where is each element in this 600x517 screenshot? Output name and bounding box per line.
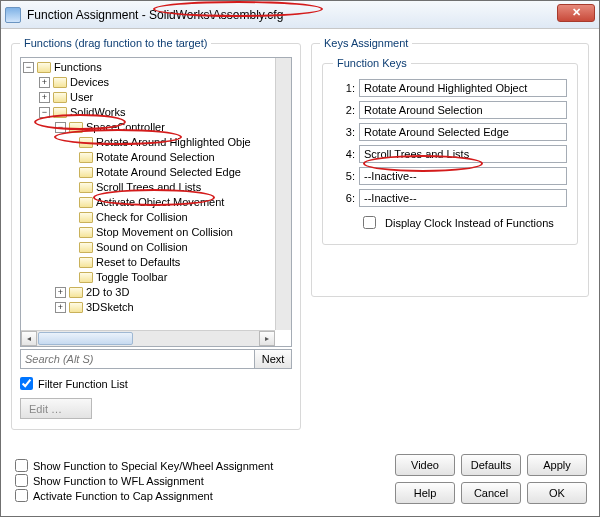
expand-icon[interactable]: + — [39, 77, 50, 88]
tree-leaf[interactable]: Rotate Around Selected Edge — [23, 165, 291, 180]
folder-icon — [79, 212, 93, 223]
folder-icon — [79, 137, 93, 148]
folder-icon — [79, 227, 93, 238]
key-label: 1: — [333, 82, 355, 94]
activate-cap-checkbox[interactable]: Activate Function to Cap Assignment — [15, 489, 273, 502]
ok-button[interactable]: OK — [527, 482, 587, 504]
tree-node-user[interactable]: +User — [23, 90, 291, 105]
key-label: 6: — [333, 192, 355, 204]
key-row: 6:--Inactive-- — [333, 189, 567, 207]
keys-legend: Keys Assignment — [320, 37, 412, 49]
expand-icon[interactable]: + — [55, 287, 66, 298]
tree-vertical-scrollbar[interactable] — [275, 58, 291, 330]
tree-leaf-scroll-trees[interactable]: Scroll Trees and Lists — [23, 180, 291, 195]
key-value[interactable]: Rotate Around Highlighted Object — [359, 79, 567, 97]
collapse-icon[interactable]: − — [39, 107, 50, 118]
tree-node-spacecontroller[interactable]: −SpaceController — [23, 120, 291, 135]
edit-button: Edit … — [20, 398, 92, 419]
close-button[interactable]: ✕ — [557, 4, 595, 22]
apply-button[interactable]: Apply — [527, 454, 587, 476]
key-value[interactable]: Scroll Trees and Lists — [359, 145, 567, 163]
show-wfl-checkbox[interactable]: Show Function to WFL Assignment — [15, 474, 273, 487]
key-value[interactable]: Rotate Around Selection — [359, 101, 567, 119]
folder-icon — [79, 257, 93, 268]
tree-leaf[interactable]: Toggle Toolbar — [23, 270, 291, 285]
folder-icon — [53, 77, 67, 88]
display-clock-input[interactable] — [363, 216, 376, 229]
title-prefix: Function Assignment - — [27, 8, 149, 22]
key-row: 1:Rotate Around Highlighted Object — [333, 79, 567, 97]
dialog-buttons: Video Defaults Apply Help Cancel OK — [395, 454, 587, 504]
collapse-icon[interactable]: − — [55, 122, 66, 133]
tree-leaf[interactable]: Check for Collision — [23, 210, 291, 225]
folder-icon — [79, 242, 93, 253]
scroll-right-icon[interactable]: ▸ — [259, 331, 275, 346]
title-path: SolidWorks\Assembly.cfg — [149, 8, 283, 22]
display-clock-checkbox[interactable]: Display Clock Instead of Functions — [359, 213, 567, 232]
function-keys-legend: Function Keys — [333, 57, 411, 69]
key-row: 2:Rotate Around Selection — [333, 101, 567, 119]
functions-legend: Functions (drag function to the target) — [20, 37, 211, 49]
show-special-key-checkbox[interactable]: Show Function to Special Key/Wheel Assig… — [15, 459, 273, 472]
tree-node-2dto3d[interactable]: +2D to 3D — [23, 285, 291, 300]
key-label: 2: — [333, 104, 355, 116]
key-value[interactable]: --Inactive-- — [359, 167, 567, 185]
expand-icon[interactable]: + — [55, 302, 66, 313]
key-value[interactable]: Rotate Around Selected Edge — [359, 123, 567, 141]
tree-leaf[interactable]: Rotate Around Highlighted Obje — [23, 135, 291, 150]
folder-icon — [53, 92, 67, 103]
key-row: 3:Rotate Around Selected Edge — [333, 123, 567, 141]
tree-node-3dsketch[interactable]: +3DSketch — [23, 300, 291, 315]
tree-node-functions[interactable]: −Functions — [23, 60, 291, 75]
key-value[interactable]: --Inactive-- — [359, 189, 567, 207]
functions-tree[interactable]: −Functions +Devices +User −SolidWorks −S… — [20, 57, 292, 347]
folder-icon — [79, 167, 93, 178]
key-row-4: 4:Scroll Trees and Lists — [333, 145, 567, 163]
tree-leaf[interactable]: Activate Object Movement — [23, 195, 291, 210]
next-button[interactable]: Next — [254, 349, 292, 369]
keys-assignment-group: Keys Assignment Function Keys 1:Rotate A… — [311, 37, 589, 297]
expand-icon[interactable]: + — [39, 92, 50, 103]
tree-leaf[interactable]: Stop Movement on Collision — [23, 225, 291, 240]
filter-checkbox-input[interactable] — [20, 377, 33, 390]
function-keys-group: Function Keys 1:Rotate Around Highlighte… — [322, 57, 578, 245]
filter-function-list-checkbox[interactable]: Filter Function List — [20, 377, 292, 390]
folder-icon — [79, 272, 93, 283]
app-icon — [5, 7, 21, 23]
folder-icon — [69, 287, 83, 298]
functions-group: Functions (drag function to the target) … — [11, 37, 301, 430]
key-row: 5:--Inactive-- — [333, 167, 567, 185]
folder-icon — [79, 197, 93, 208]
tree-leaf[interactable]: Sound on Collision — [23, 240, 291, 255]
scroll-thumb[interactable] — [38, 332, 133, 345]
cancel-button[interactable]: Cancel — [461, 482, 521, 504]
key-label: 3: — [333, 126, 355, 138]
folder-icon — [79, 182, 93, 193]
tree-node-devices[interactable]: +Devices — [23, 75, 291, 90]
collapse-icon[interactable]: − — [23, 62, 34, 73]
tree-node-solidworks[interactable]: −SolidWorks — [23, 105, 291, 120]
key-label: 4: — [333, 148, 355, 160]
tree-leaf[interactable]: Rotate Around Selection — [23, 150, 291, 165]
help-button[interactable]: Help — [395, 482, 455, 504]
scroll-left-icon[interactable]: ◂ — [21, 331, 37, 346]
bottom-options: Show Function to Special Key/Wheel Assig… — [15, 457, 273, 502]
folder-icon — [69, 122, 83, 133]
tree-horizontal-scrollbar[interactable]: ◂ ▸ — [21, 330, 275, 346]
folder-icon — [79, 152, 93, 163]
folder-icon — [69, 302, 83, 313]
defaults-button[interactable]: Defaults — [461, 454, 521, 476]
folder-icon — [53, 107, 67, 118]
folder-icon — [37, 62, 51, 73]
close-icon: ✕ — [572, 6, 581, 18]
search-input[interactable] — [20, 349, 254, 369]
title-bar: Function Assignment - SolidWorks\Assembl… — [1, 1, 599, 29]
video-button[interactable]: Video — [395, 454, 455, 476]
tree-leaf[interactable]: Reset to Defaults — [23, 255, 291, 270]
key-label: 5: — [333, 170, 355, 182]
